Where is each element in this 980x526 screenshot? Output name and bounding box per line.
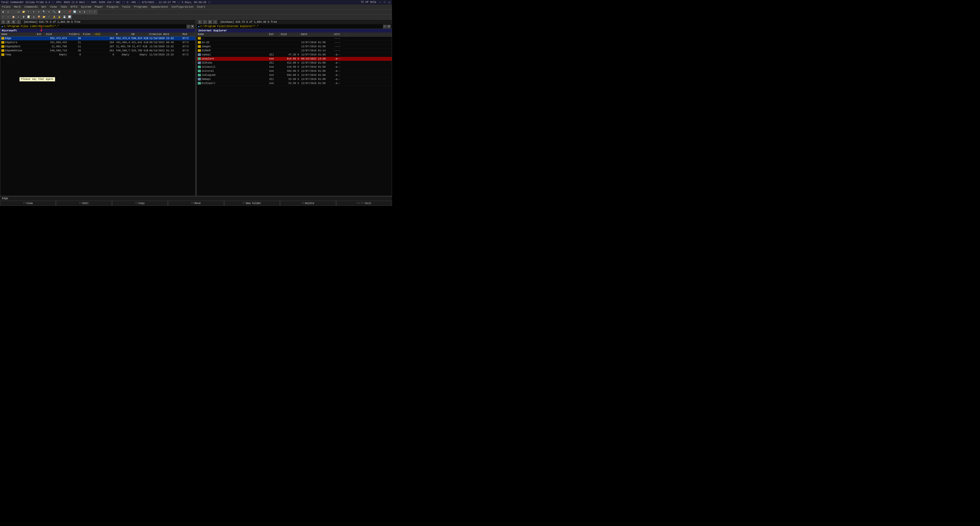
tb-btn2-10[interactable]: ⚡ — [47, 15, 51, 19]
left-header-mod[interactable]: Mod — [181, 33, 194, 36]
left-header-name[interactable]: Name — [0, 33, 36, 36]
tb-btn2-11[interactable]: 🔒 — [52, 15, 56, 19]
minimize-button[interactable]: — — [378, 1, 382, 4]
left-drive-e[interactable]: e — [6, 20, 11, 24]
table-row[interactable]: sqmapi dll 47.39 k 12/07/2019 01:09 -a-- — [197, 53, 392, 57]
fkey-f8[interactable]: F8Delete — [280, 201, 336, 206]
left-header-files[interactable]: Files — [82, 33, 94, 36]
tb-btn2-5[interactable]: 🗑 — [21, 15, 26, 19]
left-header-kb[interactable]: kB — [130, 33, 148, 36]
tb-btn-10[interactable]: ⚙ — [47, 10, 51, 14]
tb-btn-7[interactable]: ⊕ — [32, 10, 36, 14]
left-header-date[interactable]: Creation date — [148, 33, 181, 36]
left-file-list[interactable]: Edge 552,472,674 38 383 552,472,674 539,… — [0, 37, 195, 196]
table-row[interactable]: ieinstal exe 493.00 k 12/07/2019 01:09 -… — [197, 69, 392, 73]
table-row[interactable]: EdgeWebView 546,590,719 38 361 546,590,7… — [0, 49, 195, 53]
tb-btn-18[interactable]: ⬆ — [88, 10, 92, 14]
fkey-f7[interactable]: F7New Folder — [224, 201, 280, 206]
tb-btn2-9[interactable]: 📂 — [41, 15, 46, 19]
menu-item-view[interactable]: View — [48, 5, 58, 9]
tb-btn-6[interactable]: ✎ — [26, 10, 31, 14]
table-row[interactable]: hmmapi dll 53.50 k 12/07/2019 01:09 -a-- — [197, 77, 392, 81]
table-row[interactable]: EdgeCore 431,966,433 21 204 431,966,433 … — [0, 41, 195, 45]
tb-btn-16[interactable]: ◀ — [77, 10, 82, 14]
table-row[interactable]: Edge 552,472,674 38 383 552,472,674 539,… — [0, 37, 195, 41]
table-row[interactable]: EdgeUpdate 21,992,700 11 107 21,992,700 … — [0, 45, 195, 49]
menu-item-configuration[interactable]: Configuration — [170, 5, 195, 9]
table-row[interactable]: en-US 12/07/2019 01:50 ---- — [197, 41, 392, 45]
tb-btn2-2[interactable]: ↪ — [6, 15, 11, 19]
right-drive-dot[interactable]: ▪ — [203, 20, 207, 24]
tb-btn2-4[interactable]: ★ — [16, 15, 21, 19]
right-drive-m[interactable]: m — [208, 20, 212, 24]
menu-item-net[interactable]: Net — [40, 5, 48, 9]
tb-btn-1[interactable]: ▣ — [1, 10, 5, 14]
right-file-list[interactable]: .. ---- en-US 12/07/2019 01:50 ---- imag… — [197, 37, 392, 196]
left-header-b[interactable]: B — [115, 33, 130, 36]
table-row[interactable]: iexplore exe 814.95 k 06/19/2022 13:20 -… — [197, 57, 392, 61]
right-filter-btn[interactable]: ▪ — [383, 25, 387, 28]
left-header-size[interactable]: Size — [45, 33, 68, 36]
tb-btn-19[interactable]: ⬇ — [93, 10, 97, 14]
right-sort-btn[interactable]: ▼ — [387, 25, 391, 28]
table-row[interactable]: IEShims dll 412.00 k 12/07/2019 01:09 -a… — [197, 61, 392, 65]
title-bar-controls[interactable]: TC UP Help — □ ✕ — [360, 1, 391, 4]
menu-item-tabs[interactable]: Tabs — [59, 5, 68, 9]
tb-btn-15[interactable]: 🔄 — [72, 10, 77, 14]
tb-btn-3[interactable]: ⬛ — [11, 10, 16, 14]
menu-item-programs[interactable]: Programs — [132, 5, 149, 9]
tb-btn2-12[interactable]: 🔓 — [57, 15, 62, 19]
menu-item-commands[interactable]: Commands — [23, 5, 39, 9]
tb-btn2-13[interactable]: 💾 — [62, 15, 67, 19]
right-drive-more[interactable]: ▪ — [213, 20, 217, 24]
tb-btn-12[interactable]: 📋 — [57, 10, 62, 14]
menu-item-power[interactable]: Power — [93, 5, 105, 9]
table-row[interactable]: .. ---- — [197, 37, 392, 41]
right-header-name[interactable]: Name — [197, 33, 268, 36]
tb-btn-8[interactable]: ⊗ — [37, 10, 41, 14]
left-header-all[interactable]: +All — [94, 33, 115, 36]
fkey-f5[interactable]: F5Copy — [112, 201, 168, 206]
fkey-f4[interactable]: F4Edit — [56, 201, 112, 206]
tb-btn-9[interactable]: 🔍 — [41, 10, 46, 14]
left-filter-btn[interactable]: ▪ — [186, 25, 190, 28]
tb-btn-17[interactable]: ▶ — [83, 10, 87, 14]
menu-item-ntfs[interactable]: NTFS — [69, 5, 79, 9]
menu-item-plugins[interactable]: Plugins — [105, 5, 120, 9]
right-header-date[interactable]: Date — [300, 33, 333, 36]
menu-item-tools[interactable]: Tools — [121, 5, 132, 9]
fkey-f6[interactable]: F6Move — [168, 201, 224, 206]
tb-btn-5[interactable]: 📁 — [21, 10, 26, 14]
tb-btn-4[interactable]: 🗂 — [16, 10, 21, 14]
left-drive-m[interactable]: m — [11, 20, 16, 24]
maximize-button[interactable]: □ — [383, 1, 387, 4]
table-row[interactable]: SIGNUP 12/07/2019 01:14 ---- — [197, 49, 392, 53]
tb-btn-13[interactable]: ✂ — [62, 10, 67, 14]
menu-item-appearance[interactable]: Appearance — [150, 5, 169, 9]
tb-btn2-6[interactable]: 📝 — [26, 15, 31, 19]
menu-item-system[interactable]: System — [80, 5, 93, 9]
tb-btn2-7[interactable]: 🖨 — [32, 15, 36, 19]
tb-btn2-8[interactable]: 📦 — [37, 15, 41, 19]
right-header-ext[interactable]: Ext — [268, 33, 280, 36]
tb-btn-2[interactable]: ◫ — [6, 10, 11, 14]
close-button[interactable]: ✕ — [387, 1, 391, 4]
table-row[interactable]: Temp Empty 0 0 Empty Empty 11/18/2020 23… — [0, 53, 195, 57]
left-header-folders[interactable]: Folders — [68, 33, 82, 36]
right-drive-c[interactable]: c — [198, 20, 202, 24]
tb-btn-11[interactable]: 🔧 — [52, 10, 56, 14]
table-row[interactable]: ielowutil exe 219.50 k 12/07/2019 01:09 … — [197, 65, 392, 69]
fkey-f3[interactable]: F3View — [0, 201, 56, 206]
table-row[interactable]: images 12/07/2019 01:50 ---- — [197, 45, 392, 49]
left-drive-more[interactable]: ▪ — [17, 20, 21, 24]
table-row[interactable]: ExtExport exe 53.50 k 12/07/2019 01:09 -… — [197, 81, 392, 86]
tb-btn2-14[interactable]: 📊 — [67, 15, 72, 19]
menu-item-files[interactable]: Files — [0, 5, 12, 9]
menu-item-mark[interactable]: Mark — [13, 5, 22, 9]
fkey-altf4[interactable]: Alt+F4Exit — [336, 201, 392, 206]
tb-btn2-1[interactable]: ↩ — [1, 15, 5, 19]
tb-btn-14[interactable]: 📌 — [67, 10, 72, 14]
left-sort-btn[interactable]: ▼ — [191, 25, 194, 28]
left-drive-c[interactable]: c — [1, 20, 5, 24]
menu-item-start[interactable]: Start — [196, 5, 207, 9]
